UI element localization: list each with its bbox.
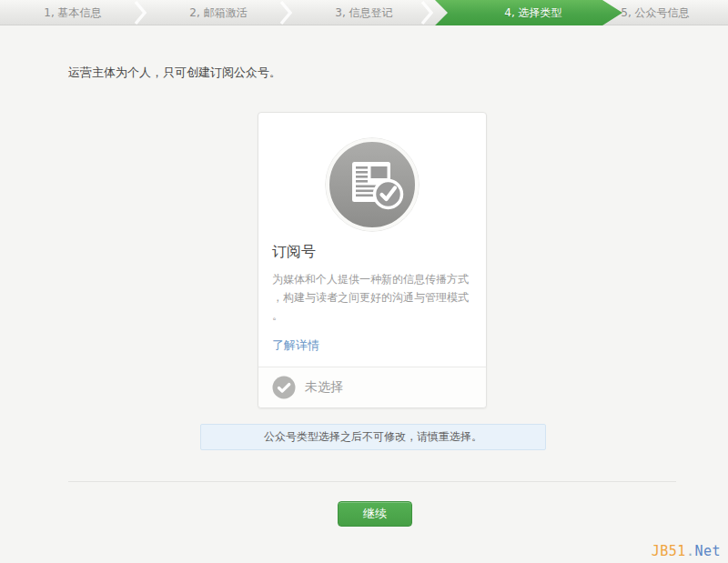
chevron-separator-icon <box>421 0 434 25</box>
card-selection-row[interactable]: 未选择 <box>258 367 486 407</box>
card-description-line: 。 <box>272 307 474 325</box>
card-description: 为媒体和个人提供一种新的信息传播方式 ，构建与读者之间更好的沟通与管理模式 。 <box>272 270 474 325</box>
step-info-registration: 3, 信息登记 <box>291 0 437 25</box>
step-select-type-active: 4, 选择类型 <box>435 0 622 25</box>
details-link[interactable]: 了解详情 <box>272 337 319 354</box>
watermark-site: JB51 <box>652 543 686 559</box>
watermark-dot: . <box>686 543 695 559</box>
selection-status-label: 未选择 <box>305 379 343 396</box>
card-description-line: 为媒体和个人提供一种新的信息传播方式 <box>272 270 474 288</box>
intro-text: 运营主体为个人，只可创建订阅公众号。 <box>68 65 281 81</box>
check-circle-icon <box>272 376 296 399</box>
bottom-divider <box>68 481 676 482</box>
account-type-card-subscription[interactable]: 订阅号 为媒体和个人提供一种新的信息传播方式 ，构建与读者之间更好的沟通与管理模… <box>258 112 487 408</box>
step-progress-bar: 1, 基本信息 2, 邮箱激活 3, 信息登记 5, 公众号信息 4, 选择类型 <box>0 0 728 25</box>
continue-button[interactable]: 继续 <box>338 501 412 527</box>
card-description-line: ，构建与读者之间更好的沟通与管理模式 <box>272 288 474 307</box>
chevron-separator-icon <box>280 0 293 25</box>
watermark-tld: Net <box>694 543 721 559</box>
subscription-article-check-icon <box>325 137 420 232</box>
site-watermark: JB51.Net <box>652 543 721 559</box>
chevron-separator-icon <box>135 0 147 25</box>
registration-wizard-page: 1, 基本信息 2, 邮箱激活 3, 信息登记 5, 公众号信息 4, 选择类型… <box>0 0 728 563</box>
step-basic-info: 1, 基本信息 <box>0 0 146 25</box>
type-change-notice: 公众号类型选择之后不可修改，请慎重选择。 <box>200 424 546 450</box>
step-email-activation: 2, 邮箱激活 <box>146 0 291 25</box>
card-title: 订阅号 <box>272 243 472 262</box>
